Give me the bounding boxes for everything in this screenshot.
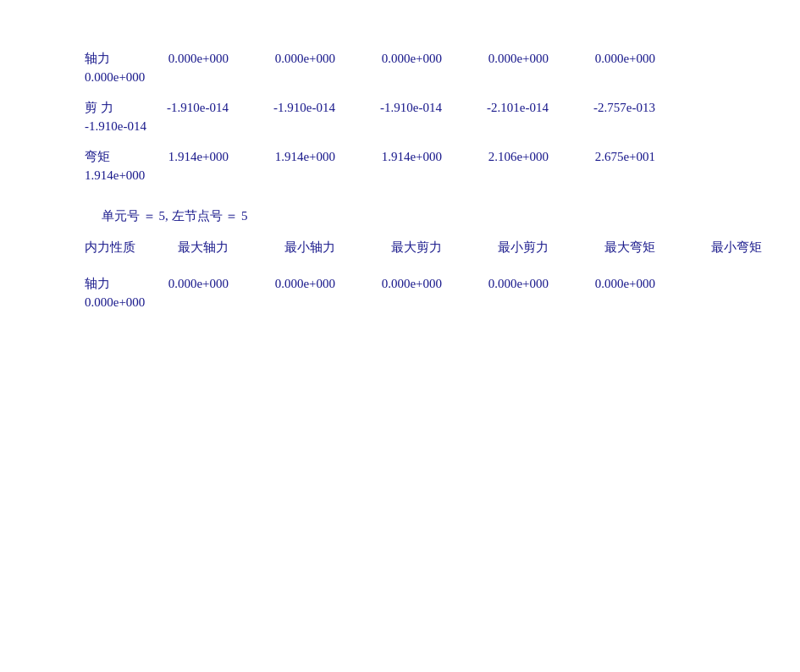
section-2: 单元号 ＝ 5, 左节点号 ＝ 5 内力性质 最大轴力 最小轴力 最大剪力 最小… xyxy=(34,208,766,310)
section-1: 轴力 0.000e+000 0.000e+000 0.000e+000 0.00… xyxy=(34,51,766,183)
row-axial-2: 轴力 0.000e+000 0.000e+000 0.000e+000 0.00… xyxy=(34,276,766,292)
col-header-6: 最小弯矩 xyxy=(669,240,762,256)
val-axial-1-5: 0.000e+000 xyxy=(562,52,655,66)
values-axial-2: 0.000e+000 0.000e+000 0.000e+000 0.000e+… xyxy=(135,277,655,291)
label-shear-1: 剪 力 xyxy=(34,100,135,116)
col-header-2: 最小轴力 xyxy=(242,240,335,256)
label-axial-1: 轴力 xyxy=(34,51,135,67)
unit-header-2: 单元号 ＝ 5, 左节点号 ＝ 5 xyxy=(34,208,766,224)
overflow-axial-2: 0.000e+000 xyxy=(34,295,766,310)
row-moment-1: 弯矩 1.914e+000 1.914e+000 1.914e+000 2.10… xyxy=(34,149,766,165)
values-axial-1: 0.000e+000 0.000e+000 0.000e+000 0.000e+… xyxy=(135,52,655,66)
col-header-label: 内力性质 xyxy=(34,240,135,256)
col-header-3: 最大剪力 xyxy=(349,240,442,256)
col-headers-row: 内力性质 最大轴力 最小轴力 最大剪力 最小剪力 最大弯矩 最小弯矩 xyxy=(34,240,766,256)
val-axial-2-3: 0.000e+000 xyxy=(349,277,442,291)
val-axial-2-5: 0.000e+000 xyxy=(562,277,655,291)
val-axial-1-4: 0.000e+000 xyxy=(455,52,549,66)
val-axial-2-1: 0.000e+000 xyxy=(135,277,229,291)
val-shear-1-1: -1.910e-014 xyxy=(135,101,229,115)
values-moment-1: 1.914e+000 1.914e+000 1.914e+000 2.106e+… xyxy=(135,150,655,164)
val-shear-1-2: -1.910e-014 xyxy=(242,101,335,115)
val-axial-2-4: 0.000e+000 xyxy=(455,277,549,291)
val-moment-1-4: 2.106e+000 xyxy=(455,150,549,164)
val-moment-1-5: 2.675e+001 xyxy=(562,150,655,164)
col-headers-values: 最大轴力 最小轴力 最大剪力 最小剪力 最大弯矩 最小弯矩 xyxy=(135,240,762,256)
overflow-axial-1: 0.000e+000 xyxy=(34,70,766,85)
row-axial-force-1: 轴力 0.000e+000 0.000e+000 0.000e+000 0.00… xyxy=(34,51,766,67)
val-moment-1-2: 1.914e+000 xyxy=(242,150,335,164)
col-header-5: 最大弯矩 xyxy=(562,240,655,256)
val-axial-1-1: 0.000e+000 xyxy=(135,52,229,66)
row-shear-1: 剪 力 -1.910e-014 -1.910e-014 -1.910e-014 … xyxy=(34,100,766,116)
val-axial-2-2: 0.000e+000 xyxy=(242,277,335,291)
label-axial-2: 轴力 xyxy=(34,276,135,292)
val-axial-1-2: 0.000e+000 xyxy=(242,52,335,66)
val-moment-1-3: 1.914e+000 xyxy=(349,150,442,164)
val-moment-1-1: 1.914e+000 xyxy=(135,150,229,164)
val-shear-1-3: -1.910e-014 xyxy=(349,101,442,115)
overflow-moment-1: 1.914e+000 xyxy=(34,168,766,183)
overflow-shear-1: -1.910e-014 xyxy=(34,119,766,134)
col-header-4: 最小剪力 xyxy=(455,240,549,256)
val-axial-1-3: 0.000e+000 xyxy=(349,52,442,66)
values-shear-1: -1.910e-014 -1.910e-014 -1.910e-014 -2.1… xyxy=(135,101,655,115)
col-header-1: 最大轴力 xyxy=(135,240,229,256)
val-shear-1-5: -2.757e-013 xyxy=(562,101,655,115)
val-shear-1-4: -2.101e-014 xyxy=(455,101,549,115)
divider-2 xyxy=(34,259,766,276)
label-moment-1: 弯矩 xyxy=(34,149,135,165)
